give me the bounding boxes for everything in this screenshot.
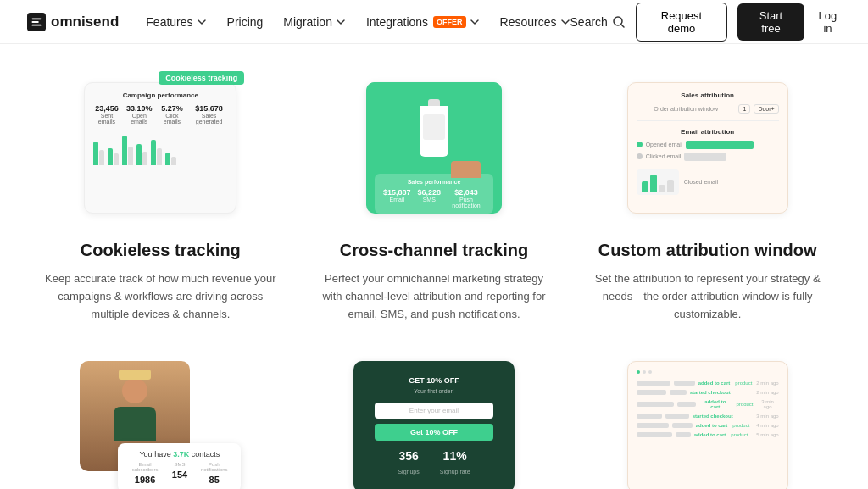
audience-stats-card: You have 3.7K contacts Email subscribers…	[118, 443, 241, 489]
logo[interactable]: omnisend	[27, 13, 119, 31]
hat	[119, 370, 151, 380]
main-content: Cookieless tracking Campaign performance…	[0, 44, 868, 489]
person-head	[122, 378, 147, 403]
clicked-bar	[684, 153, 726, 161]
form-stats: 356 Signups 11% Signup rate	[398, 449, 470, 476]
cookieless-card: Cookieless tracking Campaign performance…	[84, 82, 236, 214]
live-row-5: added to cart product 4 min ago	[637, 423, 779, 428]
live-row-6: added to cart product 5 min ago	[637, 432, 779, 437]
hand-shape	[451, 161, 481, 178]
request-demo-button[interactable]: Request demo	[636, 3, 727, 42]
cross-sms-stat: $6,228 SMS	[418, 188, 442, 208]
audience-push-col: Push notifications 85	[196, 462, 232, 486]
feature-audience-growth: You have 3.7K contacts Email subscribers…	[34, 350, 287, 489]
bottle-cap	[428, 99, 440, 106]
stat-open: 33.10% Open emails	[125, 104, 154, 125]
opened-bar	[686, 141, 754, 149]
live-row-4: started checkout 3 min ago	[637, 414, 779, 419]
chevron-down-icon	[336, 17, 346, 27]
campaign-stats: 23,456 Sent emails 33.10% Open emails 5.…	[93, 104, 227, 125]
live-view-card: added to cart product 2 min ago started …	[627, 361, 788, 489]
attribution-title: Custom attribution window	[581, 241, 834, 260]
signups-stat: 356 Signups	[398, 449, 419, 476]
navbar: omnisend Features Pricing Migration Inte…	[0, 0, 868, 44]
feature-grid: Cookieless tracking Campaign performance…	[34, 71, 834, 489]
form-email-placeholder: Enter your email	[375, 403, 493, 419]
stat-sent: 23,456 Sent emails	[93, 104, 120, 125]
feature-cross-channel: Sales performance $15,887 Email $6,228 S…	[308, 71, 561, 323]
signup-rate-stat: 11% Signup rate	[440, 449, 470, 476]
hand	[451, 153, 485, 178]
cookieless-badge: Cookieless tracking	[159, 71, 244, 85]
cross-channel-desc: Perfect your omnichannel marketing strat…	[315, 270, 553, 323]
cookieless-title: Cookieless tracking	[34, 241, 287, 260]
audience-email-col: Email subscribers 1986	[126, 462, 163, 486]
opened-email-dot	[637, 142, 643, 147]
live-dot-3	[648, 370, 652, 374]
bottle-illustration	[366, 82, 502, 174]
form-card: GET 10% OFF Your first order! Enter your…	[353, 361, 515, 489]
chevron-down-icon	[197, 17, 207, 27]
cross-channel-stats: Sales performance $15,887 Email $6,228 S…	[375, 174, 493, 214]
search-button[interactable]: Search	[570, 15, 626, 29]
cookieless-mockup: Cookieless tracking Campaign performance…	[34, 71, 287, 224]
audience-sms-col: SMS 154	[172, 462, 187, 486]
cookieless-desc: Keep accurate track of how much revenue …	[42, 270, 279, 323]
nav-resources[interactable]: Resources	[500, 15, 570, 29]
cross-channel-title: Cross-channel tracking	[308, 241, 561, 260]
stat-sales: $15,678 Sales generated	[191, 104, 227, 125]
cross-push-stat: $2,043 Push notification	[448, 188, 485, 208]
feature-live-view: added to cart product 2 min ago started …	[581, 350, 834, 489]
stat-click: 5.27% Click emails	[159, 104, 186, 125]
attribution-card: Sales attribution Order attribution wind…	[627, 82, 788, 214]
mini-chart	[637, 169, 679, 195]
cross-channel-mockup: Sales performance $15,887 Email $6,228 S…	[308, 71, 561, 224]
feature-form-reports: GET 10% OFF Your first order! Enter your…	[308, 350, 561, 489]
attribution-mockup: Sales attribution Order attribution wind…	[581, 71, 834, 224]
search-icon	[612, 15, 626, 29]
bottle	[420, 99, 448, 157]
nav-links: Features Pricing Migration Integrations …	[146, 15, 570, 29]
live-green-dot	[637, 370, 640, 374]
bottle-body	[420, 106, 448, 157]
login-button[interactable]: Log in	[815, 9, 841, 35]
form-cta: Get 10% OFF	[375, 424, 493, 441]
live-view-mockup: added to cart product 2 min ago started …	[581, 350, 834, 489]
logo-icon	[27, 13, 46, 31]
live-row-3: added to cart product 3 min ago	[637, 399, 779, 409]
attribution-desc: Set the attribution to represent your st…	[589, 270, 826, 323]
bottle-label	[423, 114, 445, 140]
start-free-button[interactable]: Start free	[737, 3, 804, 41]
live-row-2: started checkout 2 min ago	[637, 390, 779, 395]
feature-cookieless: Cookieless tracking Campaign performance…	[34, 71, 287, 323]
divider	[637, 120, 779, 121]
chevron-down-icon	[560, 17, 570, 27]
campaign-performance-title: Campaign performance	[93, 92, 227, 99]
cross-email-stat: $15,887 Email	[383, 188, 411, 208]
nav-integrations[interactable]: Integrations OFFER	[366, 15, 480, 29]
live-row-1: added to cart product 2 min ago	[637, 381, 779, 386]
nav-right: Search Request demo Start free Log in	[570, 3, 841, 42]
form-mockup: GET 10% OFF Your first order! Enter your…	[308, 350, 561, 489]
live-dot-2	[643, 370, 646, 374]
nav-migration[interactable]: Migration	[283, 15, 346, 29]
person-body	[114, 407, 156, 441]
clicked-email-dot	[637, 153, 643, 159]
campaign-bars	[93, 131, 227, 165]
cross-channel-card: Sales performance $15,887 Email $6,228 S…	[366, 82, 502, 214]
audience-mockup: You have 3.7K contacts Email subscribers…	[34, 350, 287, 489]
nav-features[interactable]: Features	[146, 15, 206, 29]
person-silhouette	[114, 378, 156, 441]
chevron-down-icon	[470, 17, 480, 27]
logo-text: omnisend	[51, 14, 119, 31]
feature-custom-attribution: Sales attribution Order attribution wind…	[581, 71, 834, 323]
audience-card: You have 3.7K contacts Email subscribers…	[80, 361, 241, 489]
nav-pricing[interactable]: Pricing	[227, 15, 264, 29]
